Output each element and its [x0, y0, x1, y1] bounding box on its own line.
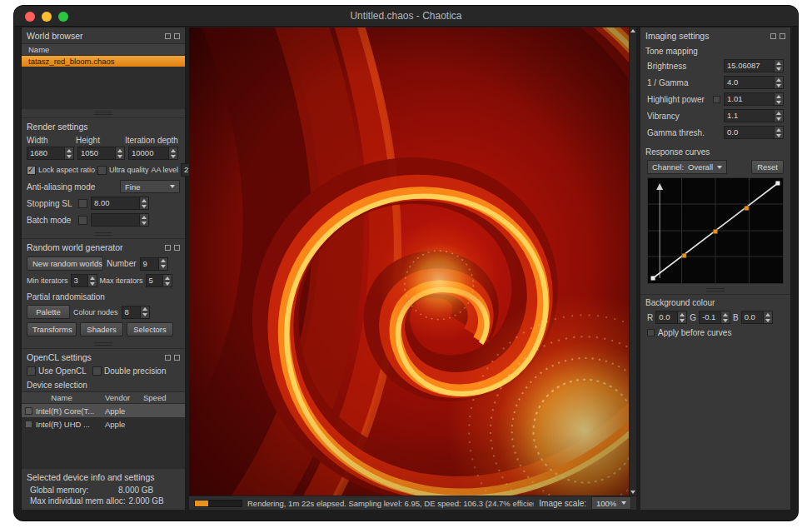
world-list[interactable]: tatasz_red_bloom.chaos: [22, 56, 185, 109]
spin-down-icon[interactable]: [116, 153, 124, 159]
stopping-sl-checkbox[interactable]: [78, 199, 87, 208]
gamma-thresh-field[interactable]: 0.0: [724, 126, 784, 139]
close-panel-icon[interactable]: [780, 33, 785, 39]
lock-aspect-checkbox[interactable]: [27, 166, 36, 175]
spin-up-icon[interactable]: [65, 147, 73, 153]
render-viewport[interactable]: [189, 27, 629, 496]
colour-nodes-field[interactable]: 8: [122, 306, 150, 319]
spin-up-icon[interactable]: [775, 93, 783, 99]
vertical-scrollbar[interactable]: [629, 27, 636, 496]
spin-down-icon[interactable]: [764, 317, 772, 323]
channel-dropdown[interactable]: Channel: Overall: [647, 160, 727, 174]
spin-up-icon[interactable]: [721, 311, 730, 317]
undock-icon[interactable]: [165, 245, 171, 251]
close-panel-icon[interactable]: [174, 33, 180, 39]
title-bar[interactable]: Untitled.chaos - Chaotica: [14, 6, 798, 27]
spin-down-icon[interactable]: [775, 66, 783, 72]
undock-icon[interactable]: [770, 33, 776, 39]
spin-down-icon[interactable]: [678, 317, 686, 323]
spin-up-icon[interactable]: [116, 147, 124, 153]
device-col-name[interactable]: Name: [22, 392, 102, 403]
shaders-button[interactable]: Shaders: [80, 322, 123, 336]
spin-up-icon[interactable]: [775, 77, 783, 82]
stopping-sl-field[interactable]: 8.00: [91, 197, 149, 210]
spin-up-icon[interactable]: [140, 197, 148, 203]
palette-button[interactable]: Palette: [27, 305, 70, 319]
selectors-button[interactable]: Selectors: [127, 322, 173, 336]
double-precision-checkbox[interactable]: [92, 366, 102, 376]
spin-down-icon[interactable]: [775, 116, 783, 122]
new-random-worlds-button[interactable]: New random worlds: [27, 257, 103, 271]
spin-up-icon[interactable]: [141, 306, 149, 312]
batch-mode-checkbox[interactable]: [78, 216, 87, 225]
ultra-quality-checkbox[interactable]: [97, 166, 107, 175]
highlight-power-field[interactable]: 1.01: [724, 92, 784, 106]
minimize-button[interactable]: [42, 12, 52, 22]
spin-down-icon[interactable]: [65, 153, 73, 159]
max-iterators-field[interactable]: 5: [146, 274, 172, 287]
splitter-handle[interactable]: [22, 230, 185, 238]
spin-down-icon[interactable]: [88, 281, 97, 286]
splitter-handle[interactable]: [22, 109, 185, 117]
aa-mode-dropdown[interactable]: Fine: [120, 180, 180, 193]
g-field[interactable]: -0.1: [699, 311, 730, 324]
close-panel-icon[interactable]: [174, 245, 180, 251]
device-checkbox[interactable]: [25, 407, 32, 415]
spin-up-icon[interactable]: [775, 127, 783, 132]
spin-down-icon[interactable]: [140, 220, 148, 226]
transforms-button[interactable]: Transforms: [27, 322, 77, 336]
iteration-depth-field[interactable]: 10000: [128, 147, 178, 160]
vibrancy-field[interactable]: 1.1: [724, 109, 784, 122]
spin-up-icon[interactable]: [163, 275, 172, 281]
undock-icon[interactable]: [165, 355, 171, 361]
batch-mode-field[interactable]: [91, 213, 149, 227]
use-opencl-checkbox[interactable]: [27, 366, 36, 376]
spin-up-icon[interactable]: [159, 258, 167, 264]
spin-down-icon[interactable]: [140, 203, 148, 209]
r-field[interactable]: 0.0: [655, 311, 687, 324]
device-table[interactable]: Name Vendor Speed Intel(R) Core(T... App…: [22, 391, 185, 468]
splitter-handle[interactable]: [640, 286, 790, 294]
spin-up-icon[interactable]: [775, 110, 783, 116]
spin-down-icon[interactable]: [775, 99, 783, 105]
height-field[interactable]: 1050: [77, 147, 125, 160]
min-iterators-field[interactable]: 3: [71, 274, 97, 287]
spin-down-icon[interactable]: [721, 317, 730, 323]
scroll-down-icon[interactable]: [630, 491, 635, 494]
spin-up-icon[interactable]: [169, 147, 177, 153]
zoom-button[interactable]: [58, 12, 68, 22]
spin-up-icon[interactable]: [764, 311, 772, 317]
undock-icon[interactable]: [165, 33, 171, 39]
device-checkbox[interactable]: [25, 421, 32, 428]
column-header-name[interactable]: Name: [22, 43, 185, 56]
scroll-up-icon[interactable]: [630, 29, 635, 32]
spin-down-icon[interactable]: [141, 312, 149, 318]
device-col-speed[interactable]: Speed: [140, 392, 185, 403]
spin-down-icon[interactable]: [775, 82, 783, 88]
gamma-field[interactable]: 4.0: [724, 76, 784, 89]
world-list-item-selected[interactable]: tatasz_red_bloom.chaos: [22, 56, 185, 67]
spin-up-icon[interactable]: [678, 311, 686, 317]
b-field[interactable]: 0.0: [741, 311, 773, 324]
width-field[interactable]: 1680: [27, 147, 74, 160]
spin-down-icon[interactable]: [163, 281, 172, 286]
image-scale-dropdown[interactable]: 100%: [591, 496, 631, 510]
spin-down-icon[interactable]: [775, 132, 783, 138]
spin-down-icon[interactable]: [159, 264, 167, 270]
brightness-field[interactable]: 15.06087: [724, 59, 784, 72]
reset-curve-button[interactable]: Reset: [751, 160, 784, 174]
highlight-power-checkbox[interactable]: [713, 96, 720, 103]
number-field[interactable]: 9: [140, 257, 168, 271]
spin-up-icon[interactable]: [140, 214, 148, 220]
curve-editor[interactable]: [647, 177, 784, 284]
device-col-vendor[interactable]: Vendor: [102, 392, 140, 403]
table-row[interactable]: Intel(R) UHD ... Apple: [22, 417, 185, 431]
spin-up-icon[interactable]: [775, 60, 783, 66]
close-button[interactable]: [25, 12, 35, 22]
splitter-handle[interactable]: [22, 340, 185, 348]
spin-up-icon[interactable]: [88, 275, 97, 281]
apply-before-curves-checkbox[interactable]: [647, 329, 655, 336]
close-panel-icon[interactable]: [174, 355, 180, 361]
spin-down-icon[interactable]: [169, 153, 177, 159]
table-row[interactable]: Intel(R) Core(T... Apple: [22, 404, 185, 417]
